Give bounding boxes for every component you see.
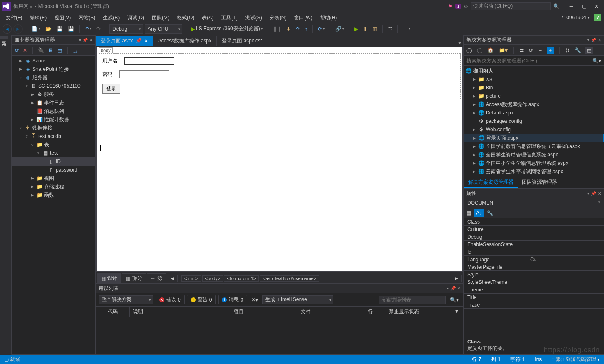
build-filter-dropdown[interactable]: 生成 + IntelliSense — [262, 295, 333, 304]
refresh-icon[interactable]: ⟳▾ — [316, 25, 326, 33]
tree-item[interactable]: ▶🌐Access数据库操作.aspx — [464, 100, 604, 109]
tree-item[interactable]: ▶📁视图 — [12, 174, 95, 182]
menu-test[interactable]: 测试(S) — [242, 13, 266, 22]
notification-badge[interactable]: 3 — [455, 4, 461, 9]
redo-icon[interactable]: ↷ — [95, 25, 102, 33]
property-row[interactable]: Title — [464, 294, 604, 301]
panel-pin-icon[interactable]: 📌 — [591, 38, 596, 42]
pause-icon[interactable]: ❚❚ — [271, 25, 283, 33]
tree-item[interactable]: ▶📁picture — [464, 92, 604, 100]
start-icon[interactable]: ▶ — [353, 25, 360, 33]
design-surface[interactable]: body 用户名： 密码： 登录 — [96, 47, 463, 272]
panel-close-icon[interactable]: ✕ — [598, 191, 601, 196]
menu-analyze[interactable]: 分析(N) — [266, 13, 290, 22]
home-icon[interactable]: 🏠 — [487, 47, 495, 54]
tab-access-db[interactable]: Access数据库操作.aspx — [153, 36, 217, 46]
panel-pin-icon[interactable]: 📌 — [450, 286, 456, 291]
save-icon[interactable]: 💾 — [55, 25, 65, 33]
stop-icon[interactable]: ✕ — [22, 47, 28, 54]
maximize-button[interactable]: ▢ — [578, 2, 590, 11]
panel-dropdown-icon[interactable]: ▾ — [79, 38, 81, 42]
login-button[interactable]: 登录 — [102, 84, 120, 94]
tree-item[interactable]: ⚙packages.config — [464, 117, 604, 125]
scope-icon[interactable]: 📁▾ — [498, 47, 508, 54]
status-scm[interactable]: ↑ 添加到源代码管理 ▾ — [552, 356, 600, 363]
menu-window[interactable]: 窗口(W) — [291, 13, 315, 22]
preview-icon[interactable]: ▤ — [585, 47, 593, 54]
property-row[interactable]: Debug — [464, 233, 604, 241]
panel-dropdown-icon[interactable]: ▾ — [447, 286, 449, 291]
filter-icon[interactable]: ▼ — [450, 307, 463, 317]
scope-dropdown[interactable]: 整个解决方案 — [99, 295, 153, 304]
categorized-icon[interactable]: ▤ — [466, 209, 472, 217]
tree-item[interactable]: ▶🌐云南省学业水平考试网络管理.aspx — [464, 167, 604, 176]
refresh-icon[interactable]: ⟳ — [528, 47, 534, 54]
account-badge[interactable]: 7 — [594, 14, 601, 21]
tab-overflow-icon[interactable]: ▾ — [456, 40, 463, 46]
menu-help[interactable]: 帮助(H) — [317, 13, 341, 22]
back-icon[interactable]: ◯ — [466, 47, 473, 54]
menu-format[interactable]: 格式(O) — [174, 13, 198, 22]
bc-html[interactable]: <html> — [181, 275, 201, 282]
tree-item[interactable]: ▶📁Bin — [464, 83, 604, 92]
sp-icon[interactable]: ⬚ — [72, 47, 78, 54]
browser-link-icon[interactable]: 🔗▾ — [333, 25, 346, 33]
property-row[interactable]: Trace — [464, 301, 604, 309]
errors-pill[interactable]: ✕错误 0 — [156, 295, 185, 304]
split-view-tab[interactable]: ▥拆分 — [122, 273, 146, 283]
tree-item[interactable]: ▶📊性能计数器 — [12, 115, 95, 124]
nav-fwd-button[interactable]: ► — [13, 24, 23, 34]
panel-dropdown-icon[interactable]: ▾ — [587, 38, 589, 42]
tree-item[interactable]: ▶📁存储过程 — [12, 182, 95, 191]
properties-icon[interactable]: 🔧 — [574, 47, 582, 54]
run-button[interactable]: ▶ IIS Express (360安全浏览器) ▾ — [190, 24, 264, 33]
bc-form[interactable]: <form#form1> — [224, 275, 259, 282]
nav-back-button[interactable]: ◄ — [3, 24, 12, 34]
tree-item[interactable]: ▿🖥SC-201607052100 — [12, 82, 95, 90]
panel-close-icon[interactable]: ✕ — [457, 286, 461, 291]
tree-item[interactable]: ▿🗄数据连接 — [12, 124, 95, 132]
tree-item[interactable]: ▯ID — [12, 157, 95, 166]
config-dropdown[interactable]: Debug — [109, 24, 143, 34]
server-icon[interactable]: 🖥 — [47, 47, 54, 54]
property-row[interactable]: Theme — [464, 286, 604, 294]
property-row[interactable]: MasterPageFile — [464, 263, 604, 271]
menu-team[interactable]: 团队(M) — [148, 13, 173, 22]
password-textbox[interactable] — [119, 70, 169, 78]
tree-item[interactable]: ▿🗄test.accdb — [12, 132, 95, 140]
property-row[interactable]: Culture — [464, 226, 604, 233]
tree-item[interactable]: ▶📋事件日志 — [12, 99, 95, 107]
open-icon[interactable]: 📂 — [44, 25, 53, 33]
toolbox-tab[interactable]: 工具箱 — [0, 36, 8, 39]
bc-textbox[interactable]: <asp:TextBox#username> — [260, 275, 319, 282]
save-all-icon[interactable]: 💾 — [66, 25, 76, 33]
menu-edit[interactable]: 编辑(E) — [26, 13, 50, 22]
bc-body[interactable]: <body> — [202, 275, 224, 282]
tree-item[interactable]: ▶⚙Web.config — [464, 125, 604, 134]
refresh-icon[interactable]: ⟳ — [14, 47, 20, 54]
solution-search-input[interactable] — [466, 58, 592, 64]
menu-file[interactable]: 文件(F) — [3, 13, 26, 22]
team-tab[interactable]: 团队资源管理器 — [518, 177, 561, 188]
events-icon[interactable]: 🔧 — [486, 209, 494, 217]
connect-icon[interactable]: 🔌 — [37, 47, 45, 54]
panel-close-icon[interactable]: ✕ — [598, 38, 601, 42]
pin-icon[interactable]: 📌 — [135, 38, 142, 44]
design-view-tab[interactable]: ▦设计 — [97, 273, 121, 283]
tree-item[interactable]: ▿📁表 — [12, 140, 95, 149]
tree-item[interactable]: ▿▦test — [12, 149, 95, 157]
menu-build[interactable]: 生成(B) — [99, 13, 123, 22]
property-row[interactable]: StyleSheetTheme — [464, 278, 604, 286]
source-view-tab[interactable]: ↔源 — [147, 273, 166, 283]
collapse-icon[interactable]: ⊟ — [537, 47, 543, 54]
error-search-input[interactable] — [379, 296, 446, 304]
menu-debug[interactable]: 调试(D) — [124, 13, 148, 22]
tbx-icon[interactable]: ▥ — [371, 25, 379, 33]
tree-item[interactable]: ▶⚙服务 — [12, 90, 95, 99]
sync-icon[interactable]: ⇄ — [519, 47, 525, 54]
undo-icon[interactable]: ↶▾ — [83, 25, 93, 33]
notification-flag-icon[interactable]: ⚑ — [448, 3, 453, 9]
property-row[interactable]: LanguageC# — [464, 256, 604, 263]
azure-icon[interactable]: ▤ — [57, 47, 63, 54]
feedback-icon[interactable]: ☺ — [463, 3, 469, 9]
